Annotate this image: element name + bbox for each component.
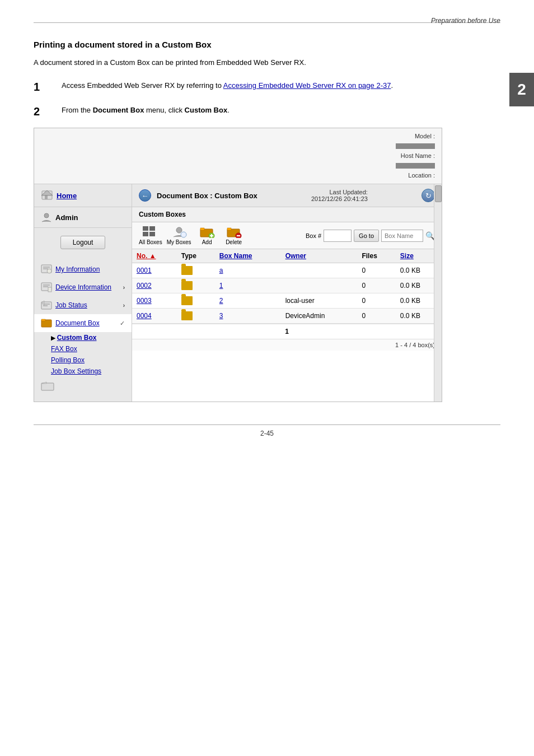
boxes-table: No. ▲ Type Box Name Owner Files Size 000…	[132, 249, 442, 324]
col-no[interactable]: No. ▲	[132, 249, 177, 263]
fax-box-link[interactable]: FAX Box	[51, 345, 77, 353]
box-name-input[interactable]	[381, 230, 423, 242]
step-2-text: From the Document Box menu, click Custom…	[62, 103, 229, 120]
cell-files: 0	[357, 293, 395, 309]
main-header: ← Document Box : Custom Box Last Updated…	[132, 184, 442, 207]
svg-rect-11	[48, 287, 51, 292]
delete-label: Delete	[226, 239, 242, 245]
main-content: ← Document Box : Custom Box Last Updated…	[132, 184, 442, 402]
step-2-number: 2	[34, 103, 62, 120]
step-1-link[interactable]: Accessing Embedded Web Server RX on page…	[223, 81, 391, 90]
scrollbar[interactable]	[434, 184, 442, 402]
document-box-link[interactable]: Document Box	[55, 319, 100, 327]
sub-navigation: Custom Box FAX Box Polling Box Job Box S…	[34, 332, 132, 377]
my-information-link[interactable]: My Information	[55, 265, 100, 273]
cell-no: 0002	[132, 278, 177, 293]
job-status-arrow: ›	[123, 302, 125, 309]
folder-icon	[181, 296, 193, 305]
row-no-link[interactable]: 0001	[137, 267, 152, 274]
bottom-nav-icons	[34, 377, 132, 396]
summary-row: 1 - 4 / 4 box(s)	[132, 339, 442, 351]
custom-box-link[interactable]: Custom Box	[57, 334, 97, 342]
my-boxes-button[interactable]: My Boxes	[167, 226, 191, 245]
refresh-button[interactable]: ↻	[421, 189, 435, 202]
admin-label: Admin	[55, 213, 78, 222]
model-info: Model :	[41, 132, 435, 151]
all-boxes-icon	[143, 226, 158, 238]
sub-item-custom-box[interactable]: Custom Box	[44, 332, 132, 343]
step-2-bold-2: Custom Box	[185, 106, 228, 114]
sidebar-item-device-information[interactable]: Device Information ›	[34, 278, 132, 296]
device-information-link[interactable]: Device Information	[55, 283, 111, 291]
sub-item-fax-box[interactable]: FAX Box	[44, 343, 132, 354]
my-info-icon	[41, 264, 52, 274]
section-heading: Printing a document stored in a Custom B…	[34, 40, 500, 49]
folder-icon	[181, 311, 193, 320]
job-status-link[interactable]: Job Status	[55, 301, 87, 309]
row-name-link[interactable]: 2	[219, 297, 223, 305]
cell-box-name: 2	[215, 293, 281, 309]
cell-files: 0	[357, 278, 395, 293]
cell-owner	[281, 278, 358, 293]
row-name-link[interactable]: 3	[219, 312, 223, 320]
cell-type	[177, 309, 215, 324]
all-boxes-button[interactable]: All Boxes	[139, 226, 162, 245]
box-hash-label: Box #	[306, 232, 321, 239]
cell-owner: DeviceAdmin	[281, 309, 358, 324]
row-name-link[interactable]: 1	[219, 282, 223, 290]
row-no-link[interactable]: 0002	[137, 282, 152, 290]
go-button[interactable]: Go to	[354, 230, 379, 242]
sidebar-item-document-box[interactable]: Document Box ✓	[34, 314, 132, 332]
home-link[interactable]: Home	[57, 192, 77, 200]
cell-no: 0004	[132, 309, 177, 324]
sidebar-item-job-status[interactable]: Job Status ›	[34, 296, 132, 314]
col-owner[interactable]: Owner	[281, 249, 358, 263]
sidebar-home[interactable]: Home	[34, 184, 132, 207]
back-button[interactable]: ←	[139, 189, 151, 202]
col-type: Type	[177, 249, 215, 263]
svg-marker-17	[41, 319, 45, 321]
logout-button[interactable]: Logout	[60, 236, 105, 249]
table-row: 00043DeviceAdmin00.0 KB	[132, 309, 442, 324]
polling-box-link[interactable]: Polling Box	[51, 356, 85, 364]
svg-point-7	[47, 269, 51, 273]
step-2: 2 From the Document Box menu, click Cust…	[34, 103, 500, 120]
sidebar-item-my-information[interactable]: My Information	[34, 260, 132, 278]
box-number-input[interactable]	[324, 230, 352, 242]
page-number[interactable]: 1	[285, 328, 289, 335]
scrollbar-thumb[interactable]	[435, 185, 442, 202]
job-box-settings-link[interactable]: Job Box Settings	[51, 367, 101, 375]
row-no-link[interactable]: 0004	[137, 312, 152, 320]
summary-text: 1 - 4 / 4 box(s)	[395, 342, 435, 348]
table-row: 0001a00.0 KB	[132, 263, 442, 278]
step-1: 1 Access Embedded Web Server RX by refer…	[34, 78, 500, 95]
all-boxes-label: All Boxes	[139, 239, 162, 245]
intro-paragraph: A document stored in a Custom Box can be…	[34, 57, 500, 68]
cell-owner: local-user	[281, 293, 358, 309]
cell-type	[177, 278, 215, 293]
pagination-row: 1	[132, 324, 442, 339]
checkmark: ✓	[120, 320, 125, 327]
col-box-name[interactable]: Box Name	[215, 249, 281, 263]
box-search-area: Box # Go to 🔍	[306, 230, 435, 242]
admin-icon	[41, 212, 52, 223]
sub-item-job-box-settings[interactable]: Job Box Settings	[44, 366, 132, 377]
cell-box-name: 1	[215, 278, 281, 293]
location-info: Location :	[41, 171, 435, 181]
custom-boxes-label: Custom Boxes	[132, 207, 442, 222]
add-icon	[199, 226, 215, 238]
svg-marker-23	[200, 228, 204, 230]
row-no-link[interactable]: 0003	[137, 297, 152, 305]
cell-type	[177, 263, 215, 278]
sub-item-polling-box[interactable]: Polling Box	[44, 354, 132, 366]
cell-files: 0	[357, 263, 395, 278]
row-name-link[interactable]: a	[219, 267, 223, 274]
cell-no: 0001	[132, 263, 177, 278]
delete-button[interactable]: Delete	[223, 226, 245, 245]
add-button[interactable]: Add	[196, 226, 218, 245]
add-label: Add	[202, 239, 212, 245]
last-updated-label: Last Updated:	[329, 189, 368, 195]
folder-icon	[181, 281, 193, 290]
hostname-redacted	[396, 163, 435, 169]
model-redacted	[396, 143, 435, 149]
